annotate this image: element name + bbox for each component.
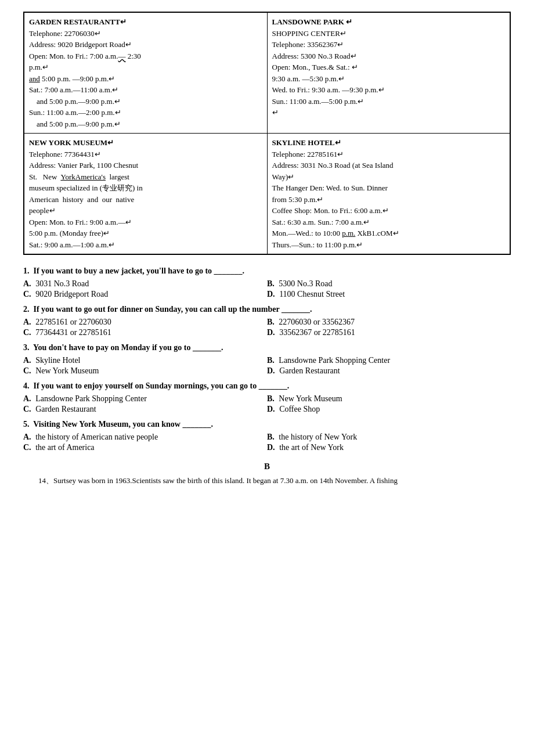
question-3-options: A. Skyline Hotel B. Lansdowne Park Shopp… bbox=[23, 356, 511, 376]
q5-option-d: D. the art of New York bbox=[267, 443, 493, 452]
q3-option-b: B. Lansdowne Park Shopping Center bbox=[267, 356, 493, 365]
skyline-hotel-title: SKYLINE HOTEL↵ bbox=[272, 137, 506, 149]
q4-option-b: B. New York Museum bbox=[267, 394, 493, 404]
skyline-hotel-cell: SKYLINE HOTEL↵ Telephone: 22785161↵ Addr… bbox=[267, 134, 510, 254]
question-4-text: 4. If you want to enjoy yourself on Sund… bbox=[23, 381, 511, 391]
question-3: 3. You don't have to pay on Monday if yo… bbox=[23, 343, 511, 376]
lansdowne-park-info: SHOPPING CENTER↵ Telephone: 33562367↵ Ad… bbox=[272, 28, 506, 118]
new-york-museum-info: Telephone: 77364431↵ Address: Vanier Par… bbox=[29, 149, 262, 251]
q4-option-a: A. Lansdowne Park Shopping Center bbox=[23, 394, 250, 404]
question-3-text: 3. You don't have to pay on Monday if yo… bbox=[23, 343, 511, 352]
question-5-options: A. the history of American native people… bbox=[23, 433, 511, 452]
q2-option-d: D. 33562367 or 22785161 bbox=[267, 328, 493, 337]
q1-option-c: C. 9020 Bridgeport Road bbox=[23, 290, 250, 299]
new-york-museum-cell: NEW YORK MUSEUM↵ Telephone: 77364431↵ Ad… bbox=[24, 134, 268, 254]
table-row-2: NEW YORK MUSEUM↵ Telephone: 77364431↵ Ad… bbox=[24, 134, 510, 254]
q4-option-c: C. Garden Restaurant bbox=[23, 405, 250, 414]
questions-section: 1. If you want to buy a new jacket, you'… bbox=[23, 267, 511, 452]
section-b-label: B bbox=[23, 462, 511, 471]
lansdowne-park-cell: LANSDOWNE PARK ↵ SHOPPING CENTER↵ Teleph… bbox=[267, 13, 510, 134]
q1-option-d: D. 1100 Chesnut Street bbox=[267, 290, 493, 299]
new-york-museum-title: NEW YORK MUSEUM↵ bbox=[29, 137, 262, 149]
question-4: 4. If you want to enjoy yourself on Sund… bbox=[23, 381, 511, 414]
question-1-options: A. 3031 No.3 Road B. 5300 No.3 Road C. 9… bbox=[23, 279, 511, 299]
question-2: 2. If you want to go out for dinner on S… bbox=[23, 305, 511, 337]
q1-option-b: B. 5300 No.3 Road bbox=[267, 279, 493, 289]
q5-option-a: A. the history of American native people bbox=[23, 433, 250, 442]
skyline-hotel-info: Telephone: 22785161↵ Address: 3031 No.3 … bbox=[272, 149, 506, 251]
info-table-wrapper: GARDEN RESTAURANTT↵ Telephone: 22706030↵… bbox=[23, 12, 511, 255]
q5-option-b: B. the history of New York bbox=[267, 433, 493, 442]
info-table: GARDEN RESTAURANTT↵ Telephone: 22706030↵… bbox=[24, 12, 510, 254]
q1-option-a: A. 3031 No.3 Road bbox=[23, 279, 250, 289]
table-row-1: GARDEN RESTAURANTT↵ Telephone: 22706030↵… bbox=[24, 13, 510, 134]
question-1: 1. If you want to buy a new jacket, you'… bbox=[23, 267, 511, 299]
garden-restaurant-cell: GARDEN RESTAURANTT↵ Telephone: 22706030↵… bbox=[24, 13, 268, 134]
q5-option-c: C. the art of America bbox=[23, 443, 250, 452]
q3-option-d: D. Garden Restaurant bbox=[267, 366, 493, 376]
section-b-text: 14、Surtsey was born in 1963.Scientists s… bbox=[23, 475, 511, 487]
q2-option-a: A. 22785161 or 22706030 bbox=[23, 318, 250, 327]
question-4-options: A. Lansdowne Park Shopping Center B. New… bbox=[23, 394, 511, 414]
lansdowne-park-title: LANSDOWNE PARK ↵ bbox=[272, 16, 506, 28]
question-5-text: 5. Visiting New York Museum, you can kno… bbox=[23, 420, 511, 429]
q2-option-b: B. 22706030 or 33562367 bbox=[267, 318, 493, 327]
question-1-text: 1. If you want to buy a new jacket, you'… bbox=[23, 267, 511, 276]
garden-restaurant-info: Telephone: 22706030↵ Address: 9020 Bridg… bbox=[29, 28, 262, 130]
q4-option-d: D. Coffee Shop bbox=[267, 405, 493, 414]
q3-option-c: C. New York Museum bbox=[23, 366, 250, 376]
q2-option-c: C. 77364431 or 22785161 bbox=[23, 328, 250, 337]
section-b-area: B 14、Surtsey was born in 1963.Scientists… bbox=[23, 462, 511, 487]
question-5: 5. Visiting New York Museum, you can kno… bbox=[23, 420, 511, 452]
garden-restaurant-title: GARDEN RESTAURANTT↵ bbox=[29, 16, 262, 28]
question-2-text: 2. If you want to go out for dinner on S… bbox=[23, 305, 511, 314]
question-2-options: A. 22785161 or 22706030 B. 22706030 or 3… bbox=[23, 318, 511, 337]
q3-option-a: A. Skyline Hotel bbox=[23, 356, 250, 365]
